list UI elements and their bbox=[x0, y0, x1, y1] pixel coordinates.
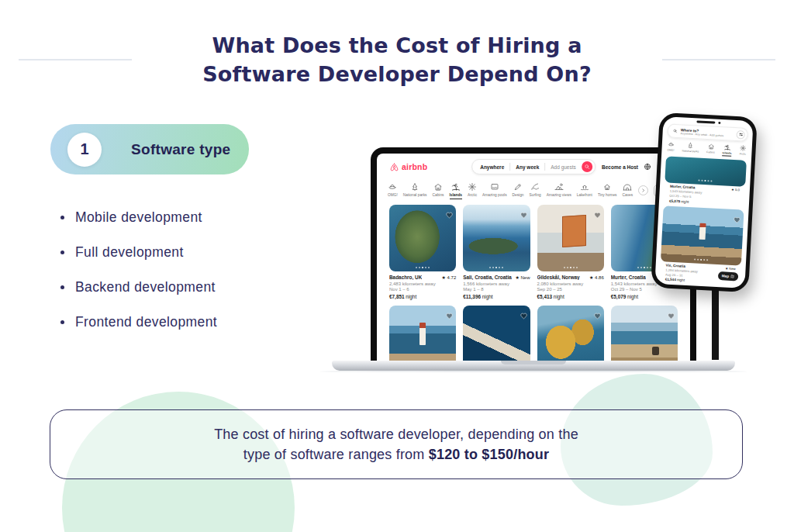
category-islands[interactable]: Islands bbox=[722, 143, 732, 157]
search-anywhere[interactable]: Anywhere bbox=[480, 164, 504, 170]
list-item: Full development bbox=[60, 244, 217, 261]
listing-photo-seaside-camp[interactable] bbox=[611, 306, 678, 361]
category-lakefront[interactable]: Lakefront bbox=[577, 182, 592, 197]
airbnb-website: airbnb Anywhere Any week Add guests Beco… bbox=[377, 154, 690, 361]
mountain-view-icon bbox=[554, 182, 564, 192]
listing-price-suffix: night bbox=[676, 278, 685, 282]
mobile-search-bar[interactable]: Where to? Anywhere · Any week · Add gues… bbox=[667, 123, 748, 141]
pool-icon bbox=[490, 182, 499, 192]
category-arctic[interactable]: Arctic bbox=[468, 182, 477, 197]
category-national-parks[interactable]: National parks bbox=[682, 141, 699, 154]
factor-number-circle: 1 bbox=[67, 133, 102, 167]
listing-photo-lighthouse[interactable] bbox=[389, 306, 456, 361]
bullet-dot-icon bbox=[60, 250, 64, 254]
category-caves[interactable]: Caves bbox=[623, 182, 633, 197]
tree-icon bbox=[410, 182, 419, 192]
cave-icon bbox=[623, 182, 632, 192]
phone-stand bbox=[712, 285, 719, 360]
wishlist-heart-icon[interactable] bbox=[594, 309, 601, 316]
wishlist-heart-icon[interactable] bbox=[668, 309, 675, 316]
category-islands[interactable]: Islands bbox=[450, 182, 463, 199]
wishlist-heart-icon[interactable] bbox=[734, 212, 740, 219]
listing-price-suffix: night bbox=[405, 294, 417, 299]
divider-line-left bbox=[19, 59, 132, 60]
wishlist-heart-icon[interactable] bbox=[520, 208, 527, 215]
listing-price-suffix: night bbox=[481, 294, 493, 299]
listings-row-1: Badachro, UK★ 4.72 2,483 kilometers away… bbox=[377, 199, 690, 299]
category-amazing-views[interactable]: Amazing views bbox=[547, 182, 571, 197]
wishlist-heart-icon[interactable] bbox=[520, 309, 527, 316]
factor-badge: 1 Software type bbox=[50, 124, 249, 174]
carousel-dots bbox=[537, 267, 604, 268]
speaker-slot bbox=[696, 120, 715, 123]
listing-photo-cliff-cabin bbox=[537, 205, 604, 271]
list-item: Mobile development bbox=[60, 209, 217, 226]
category-national-parks[interactable]: National parks bbox=[403, 182, 427, 197]
carousel-dots bbox=[389, 267, 456, 268]
search-button[interactable] bbox=[582, 161, 592, 172]
category-cabins[interactable]: Cabins bbox=[706, 143, 715, 156]
wishlist-heart-icon[interactable] bbox=[446, 208, 453, 215]
search-any-week[interactable]: Any week bbox=[516, 164, 539, 170]
become-host-link[interactable]: Become a Host bbox=[602, 164, 638, 170]
listing-rating: ★ 5.0 bbox=[731, 188, 740, 192]
mobile-listing-card[interactable]: Murter, Croatia★ 5.0 1,543 kilometers aw… bbox=[664, 156, 747, 206]
cabin-icon bbox=[433, 182, 443, 192]
category-design[interactable]: Design bbox=[513, 182, 524, 197]
listing-title: Sali, Croatia, Croatia bbox=[463, 275, 512, 280]
summary-line1: The cost of hiring a software developer,… bbox=[214, 424, 578, 444]
listing-price-suffix: night bbox=[680, 199, 689, 204]
category-tabs: OMG! National parks Cabins Islands Arcti… bbox=[377, 180, 690, 199]
listing-rating: ★ New bbox=[725, 266, 736, 271]
snowflake-icon bbox=[739, 144, 746, 151]
category-cabins[interactable]: Cabins bbox=[433, 182, 444, 197]
list-item: Frontend development bbox=[60, 314, 217, 330]
laptop-base bbox=[332, 361, 735, 371]
listing-photo-cliffs[interactable] bbox=[463, 306, 530, 361]
factor-label: Software type bbox=[131, 141, 231, 158]
list-item-label: Frontend development bbox=[75, 314, 217, 330]
infographic-canvas: What Does the Cost of Hiring a Software … bbox=[0, 0, 794, 532]
page-title-line1: What Does the Cost of Hiring a bbox=[0, 31, 794, 60]
carousel-dots bbox=[665, 178, 745, 183]
mobile-filters-button[interactable] bbox=[736, 130, 745, 140]
listing-price-suffix: night bbox=[626, 294, 638, 299]
category-surfing[interactable]: Surfing bbox=[530, 182, 541, 197]
listing-card[interactable]: Badachro, UK★ 4.72 2,483 kilometers away… bbox=[389, 205, 456, 299]
map-button[interactable]: Map bbox=[718, 271, 739, 281]
listing-card[interactable]: Gildeskål, Norway★ 4.86 2,080 kilometers… bbox=[537, 205, 604, 299]
summary-line2-regular: type of software ranges from bbox=[243, 447, 429, 462]
palm-icon bbox=[451, 182, 461, 192]
category-omg[interactable]: OMG! bbox=[667, 140, 675, 153]
palm-icon bbox=[723, 143, 730, 150]
search-add-guests[interactable]: Add guests bbox=[551, 164, 576, 170]
camera-dot bbox=[718, 122, 720, 124]
listing-price: €11,396 bbox=[463, 294, 481, 299]
carousel-dots bbox=[463, 267, 530, 268]
list-item-label: Mobile development bbox=[75, 209, 202, 226]
wishlist-heart-icon[interactable] bbox=[594, 208, 601, 215]
listing-title: Gildeskål, Norway bbox=[537, 275, 580, 280]
divider bbox=[509, 163, 510, 171]
category-arctic[interactable]: Arctic bbox=[739, 144, 747, 157]
category-amazing-pools[interactable]: Amazing pools bbox=[482, 182, 506, 197]
category-omg[interactable]: OMG! bbox=[388, 182, 398, 197]
listing-dates: Sep 20 – 25 bbox=[537, 287, 604, 292]
listing-title: Badachro, UK bbox=[389, 275, 422, 280]
listing-price: €7,851 bbox=[389, 294, 405, 299]
listing-caption: Gildeskål, Norway★ 4.86 2,080 kilometers… bbox=[537, 275, 604, 299]
listing-price: €5,413 bbox=[537, 294, 553, 299]
factor-number: 1 bbox=[80, 140, 88, 158]
airbnb-wordmark: airbnb bbox=[402, 162, 427, 171]
listing-photo-autumn-island[interactable] bbox=[537, 306, 604, 361]
listing-card[interactable]: Sali, Croatia, Croatia★ New 1,566 kilome… bbox=[463, 205, 530, 299]
globe-icon[interactable] bbox=[644, 163, 651, 171]
list-item-label: Backend development bbox=[75, 279, 216, 295]
bullet-dot-icon bbox=[60, 216, 64, 219]
airbnb-logo[interactable]: airbnb bbox=[389, 162, 427, 172]
airbnb-belo-icon bbox=[389, 162, 399, 172]
categories-next-button[interactable] bbox=[638, 185, 648, 195]
category-tiny-homes[interactable]: Tiny homes bbox=[598, 182, 617, 197]
search-bar[interactable]: Anywhere Any week Add guests bbox=[471, 159, 596, 174]
wishlist-heart-icon[interactable] bbox=[446, 309, 453, 316]
